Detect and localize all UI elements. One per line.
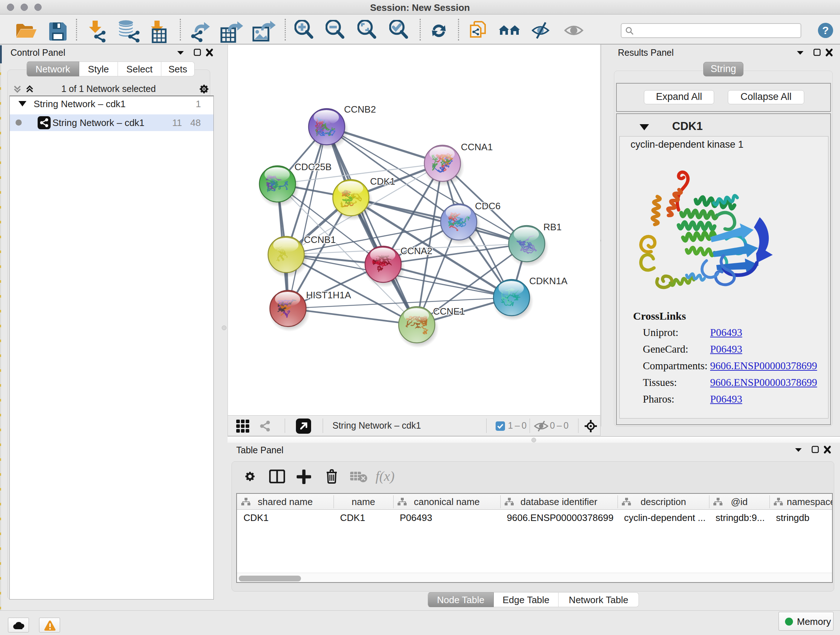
svg-text:CDC25B: CDC25B [294, 162, 332, 172]
svg-text:CDK1: CDK1 [370, 176, 395, 187]
svg-text:HIST1H1A: HIST1H1A [306, 290, 351, 301]
svg-text:CCNA1: CCNA1 [461, 141, 493, 152]
svg-text:CCNB1: CCNB1 [304, 234, 336, 245]
svg-text:CCNB2: CCNB2 [344, 104, 376, 115]
svg-text:CCNA2: CCNA2 [401, 245, 432, 256]
svg-text:CCNE1: CCNE1 [433, 306, 465, 317]
svg-text:RB1: RB1 [543, 222, 562, 233]
svg-text:CDC6: CDC6 [475, 201, 501, 211]
svg-text:CDKN1A: CDKN1A [529, 276, 568, 287]
